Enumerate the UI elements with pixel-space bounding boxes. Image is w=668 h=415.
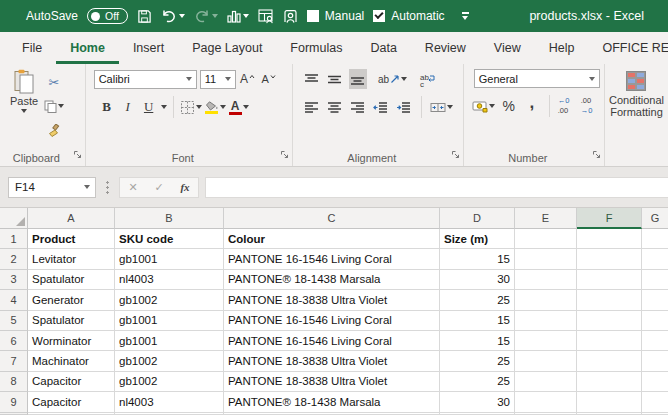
format-painter-button[interactable] — [44, 120, 64, 140]
cell-sku[interactable]: gb1002 — [115, 372, 224, 392]
redo-dropdown-icon[interactable] — [212, 14, 218, 18]
col-header-g[interactable]: G — [642, 208, 668, 229]
font-size-select[interactable]: 11 — [200, 70, 236, 89]
cell-sku[interactable]: gb1001 — [115, 249, 224, 269]
redo-button[interactable] — [194, 9, 218, 23]
chart-dropdown-icon[interactable] — [243, 14, 249, 18]
col-header-e[interactable]: E — [515, 208, 577, 229]
cell-empty[interactable] — [515, 270, 577, 290]
cell-sku[interactable]: gb1001 — [115, 331, 224, 351]
font-color-button[interactable]: A — [229, 97, 249, 117]
col-header-c[interactable]: C — [224, 208, 440, 229]
decrease-indent-button[interactable] — [372, 97, 390, 117]
name-box[interactable]: F14 — [8, 177, 96, 198]
sheet-people-button[interactable] — [258, 9, 274, 24]
cell-colour[interactable]: PANTONE 18-3838 Ultra Violet — [224, 372, 440, 392]
borders-button[interactable] — [180, 97, 202, 117]
cell-empty[interactable] — [577, 249, 642, 269]
borders-dropdown-icon[interactable] — [196, 105, 202, 109]
customize-qat-button[interactable] — [462, 12, 469, 20]
cell-empty[interactable] — [642, 270, 668, 290]
cell-size[interactable]: 15 — [440, 249, 515, 269]
cell-size[interactable]: 15 — [440, 311, 515, 331]
formula-input[interactable] — [205, 177, 668, 198]
cell-empty[interactable] — [515, 351, 577, 371]
increase-indent-button[interactable] — [395, 97, 413, 117]
cell-empty[interactable] — [642, 392, 668, 412]
tab-home[interactable]: Home — [56, 32, 119, 64]
cell-empty[interactable] — [515, 311, 577, 331]
cell-colour[interactable]: PANTONE 16-1546 Living Coral — [224, 331, 440, 351]
grow-font-button[interactable]: A — [239, 69, 257, 89]
undo-dropdown-icon[interactable] — [179, 14, 185, 18]
cut-button[interactable]: ✂ — [44, 72, 64, 92]
comma-style-button[interactable]: , — [523, 96, 541, 116]
tab-data[interactable]: Data — [356, 32, 410, 64]
cell-sku[interactable]: nl4003 — [115, 392, 224, 412]
bottom-align-button[interactable] — [349, 69, 367, 89]
cell-size[interactable]: 25 — [440, 372, 515, 392]
tab-help[interactable]: Help — [535, 32, 589, 64]
tab-insert[interactable]: Insert — [119, 32, 178, 64]
tab-file[interactable]: File — [8, 32, 56, 64]
orientation-dropdown-icon[interactable] — [401, 77, 407, 81]
person-badge-button[interactable] — [283, 9, 298, 24]
cell-empty[interactable] — [577, 270, 642, 290]
cell-empty[interactable] — [642, 351, 668, 371]
cell-product[interactable]: Spatulator — [28, 311, 115, 331]
underline-button[interactable]: U — [140, 97, 158, 117]
accounting-dropdown-icon[interactable] — [489, 104, 495, 108]
fill-color-button[interactable] — [205, 97, 226, 117]
cancel-button[interactable]: ✕ — [120, 181, 146, 194]
cell-empty[interactable] — [515, 229, 577, 249]
row-header[interactable]: 6 — [0, 331, 28, 351]
cell-empty[interactable] — [642, 229, 668, 249]
cell-empty[interactable] — [515, 331, 577, 351]
cell-colour[interactable]: PANTONE 16-1546 Living Coral — [224, 249, 440, 269]
cell-empty[interactable] — [577, 311, 642, 331]
cell-d1[interactable]: Size (m) — [440, 229, 515, 249]
checkbox-unchecked-icon[interactable] — [307, 10, 319, 22]
underline-dropdown-icon[interactable] — [161, 105, 167, 109]
merge-center-button[interactable] — [430, 97, 453, 117]
tab-page-layout[interactable]: Page Layout — [178, 32, 276, 64]
cell-empty[interactable] — [642, 290, 668, 310]
font-size-dropdown-icon[interactable] — [225, 77, 231, 81]
cell-size[interactable]: 25 — [440, 290, 515, 310]
shrink-font-button[interactable]: A — [260, 69, 278, 89]
cell-empty[interactable] — [577, 372, 642, 392]
number-format-dropdown-icon[interactable] — [589, 77, 595, 81]
top-align-button[interactable] — [303, 69, 321, 89]
accounting-format-button[interactable] — [472, 96, 495, 116]
col-header-f-active[interactable]: F — [577, 208, 642, 229]
cell-empty[interactable] — [577, 229, 642, 249]
row-header[interactable]: 1 — [0, 229, 28, 249]
tab-view[interactable]: View — [480, 32, 535, 64]
decrease-decimal-button[interactable]: .00 →0 — [581, 96, 599, 116]
automatic-calc-checkbox[interactable]: Automatic — [373, 9, 444, 23]
clipboard-dialog-launcher[interactable] — [73, 145, 82, 163]
cell-colour[interactable]: PANTONE 16-1546 Living Coral — [224, 311, 440, 331]
cell-empty[interactable] — [515, 372, 577, 392]
align-center-button[interactable] — [326, 97, 344, 117]
cell-product[interactable]: Machinator — [28, 351, 115, 371]
bold-button[interactable]: B — [98, 97, 116, 117]
cell-empty[interactable] — [577, 290, 642, 310]
row-header[interactable]: 5 — [0, 311, 28, 331]
cell-empty[interactable] — [515, 392, 577, 412]
cell-sku[interactable]: nl4003 — [115, 270, 224, 290]
tab-office-remote[interactable]: OFFICE REMOTE — [588, 32, 668, 64]
number-dialog-launcher[interactable] — [592, 145, 601, 163]
cell-c1[interactable]: Colour — [224, 229, 440, 249]
copy-dropdown-icon[interactable] — [58, 104, 64, 108]
cell-product[interactable]: Capacitor — [28, 372, 115, 392]
cell-product[interactable]: Spatulator — [28, 270, 115, 290]
conditional-formatting-button[interactable]: Conditional Formatting — [609, 69, 664, 118]
col-header-a[interactable]: A — [28, 208, 115, 229]
enter-button[interactable]: ✓ — [146, 181, 172, 194]
increase-decimal-button[interactable]: ←0 .00 — [558, 96, 576, 116]
cell-empty[interactable] — [642, 249, 668, 269]
cell-size[interactable]: 15 — [440, 331, 515, 351]
cell-empty[interactable] — [577, 351, 642, 371]
cell-empty[interactable] — [515, 290, 577, 310]
